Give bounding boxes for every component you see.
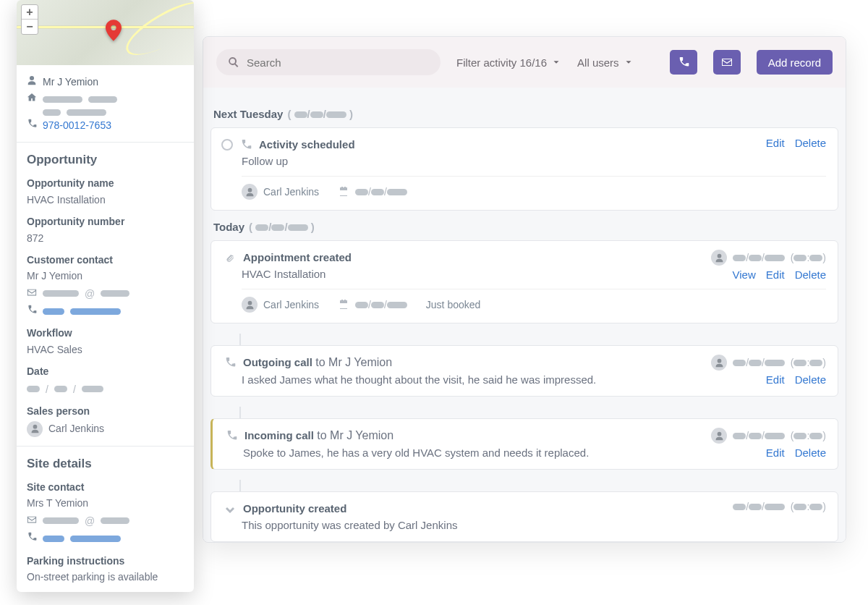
contact-name: Mr J Yemion — [43, 74, 98, 90]
user-icon — [27, 74, 37, 90]
edit-link[interactable]: Edit — [766, 447, 785, 459]
card-title: Opportunity created — [243, 502, 346, 515]
opp-name-value: HVAC Installation — [27, 192, 184, 208]
site-heading: Site details — [27, 454, 184, 473]
search-icon — [228, 56, 239, 68]
card-title: Incoming call — [244, 429, 314, 441]
add-record-button[interactable]: Add record — [757, 50, 833, 75]
day-heading: Today ( // ) — [213, 221, 838, 233]
map-zoom-in[interactable]: + — [22, 5, 38, 20]
activity-card-outgoing-call: Outgoing call to Mr J Yemion // (:) I as… — [210, 345, 838, 397]
home-icon — [27, 91, 37, 107]
delete-link[interactable]: Delete — [795, 137, 826, 149]
card-desc: Follow up — [242, 155, 826, 167]
edit-link[interactable]: Edit — [766, 137, 785, 149]
activity-card-appointment: Appointment created // (:) HVAC Installa… — [210, 240, 838, 323]
main-panel: Filter activity 16/16 All users Add reco… — [203, 36, 846, 543]
map-zoom-controls: + − — [21, 4, 38, 35]
activity-card-incoming-call: Incoming call to Mr J Yemion // (:) Spok… — [210, 418, 838, 470]
opp-num-value: 872 — [27, 230, 184, 246]
chevron-down-icon — [624, 57, 634, 67]
parking-label: Parking instructions — [27, 553, 184, 569]
avatar-icon — [711, 428, 727, 444]
card-desc: This opportunity was created by Carl Jen… — [242, 519, 826, 531]
phone-icon — [27, 117, 37, 133]
card-title: Outgoing call — [243, 356, 312, 368]
chevron-down-icon — [551, 57, 561, 67]
opp-name-label: Opportunity name — [27, 175, 184, 191]
card-person: Carl Jenkins — [263, 186, 319, 198]
site-contact-value: Mrs T Yemion — [27, 495, 184, 511]
avatar-icon — [242, 297, 258, 313]
delete-link[interactable]: Delete — [795, 268, 826, 281]
clip-icon — [224, 252, 236, 263]
card-desc: Spoke to James, he has a very old HVAC s… — [243, 447, 826, 459]
avatar-icon — [711, 250, 727, 266]
address-placeholder — [88, 96, 117, 103]
view-link[interactable]: View — [733, 268, 756, 281]
edit-link[interactable]: Edit — [766, 268, 785, 281]
card-person: Carl Jenkins — [263, 299, 319, 310]
timeline-connector — [239, 480, 241, 491]
phone-icon — [226, 430, 237, 441]
activity-card-scheduled: Activity scheduled Edit Delete Follow up… — [210, 127, 838, 211]
delete-link[interactable]: Delete — [795, 373, 826, 386]
handshake-icon — [224, 503, 236, 515]
search-box[interactable] — [216, 49, 441, 75]
cust-contact-value: Mr J Yemion — [27, 268, 184, 284]
opp-num-label: Opportunity number — [27, 213, 184, 229]
calendar-icon — [338, 186, 349, 198]
contact-phone[interactable]: 978-0012-7653 — [43, 117, 111, 133]
map-preview[interactable]: + − — [17, 0, 194, 65]
cust-contact-label: Customer contact — [27, 252, 184, 268]
status-dot[interactable] — [221, 139, 233, 151]
avatar-icon — [711, 355, 727, 371]
workflow-label: Workflow — [27, 325, 184, 341]
parking-value: On-street parking is available — [27, 569, 184, 585]
site-contact-label: Site contact — [27, 479, 184, 495]
card-desc: I asked James what he thought about the … — [242, 373, 826, 386]
sidebar-opportunity: Opportunity Opportunity name HVAC Instal… — [17, 143, 194, 447]
call-button[interactable] — [670, 50, 697, 75]
mail-icon — [27, 286, 37, 302]
timeline-connector — [239, 407, 241, 418]
search-input[interactable] — [247, 56, 429, 69]
workflow-value: HVAC Sales — [27, 342, 184, 358]
day-heading: Next Tuesday ( // ) — [213, 108, 838, 120]
delete-link[interactable]: Delete — [795, 447, 826, 459]
edit-link[interactable]: Edit — [766, 373, 785, 386]
map-pin-icon — [106, 20, 122, 44]
sales-person: Carl Jenkins — [48, 420, 104, 436]
card-title: Appointment created — [243, 251, 352, 263]
phone-icon — [224, 357, 236, 368]
sales-label: Sales person — [27, 403, 184, 419]
card-note: Just booked — [426, 299, 481, 310]
toolbar: Filter activity 16/16 All users Add reco… — [203, 37, 846, 88]
opportunity-heading: Opportunity — [27, 150, 184, 169]
phone-icon — [27, 530, 37, 546]
users-dropdown[interactable]: All users — [577, 56, 634, 69]
activity-card-opportunity-created: Opportunity created // (:) This opportun… — [210, 491, 838, 542]
address-placeholder — [67, 109, 106, 116]
card-title-to: to Mr J Yemion — [312, 356, 392, 368]
address-placeholder — [43, 96, 82, 103]
sidebar: + − Mr J Yemion 978-0012-7653 Opportunit… — [17, 0, 194, 592]
date-label: Date — [27, 363, 184, 379]
activity-feed: Next Tuesday ( // ) Activity scheduled E… — [203, 88, 846, 542]
phone-icon — [27, 303, 37, 319]
calendar-icon — [338, 299, 349, 310]
sidebar-contact: Mr J Yemion 978-0012-7653 — [17, 65, 194, 143]
mail-icon — [27, 513, 37, 529]
sidebar-site: Site details Site contact Mrs T Yemion @… — [17, 447, 194, 593]
avatar-icon — [242, 184, 258, 200]
email-button[interactable] — [713, 50, 741, 75]
address-placeholder — [43, 109, 61, 116]
card-title-to: to Mr J Yemion — [314, 429, 393, 441]
phone-icon — [240, 139, 252, 151]
filter-activity-dropdown[interactable]: Filter activity 16/16 — [456, 56, 561, 69]
card-title: Activity scheduled — [259, 138, 355, 151]
timeline-connector — [239, 334, 241, 345]
avatar-icon — [27, 421, 43, 437]
map-zoom-out[interactable]: − — [22, 20, 38, 34]
